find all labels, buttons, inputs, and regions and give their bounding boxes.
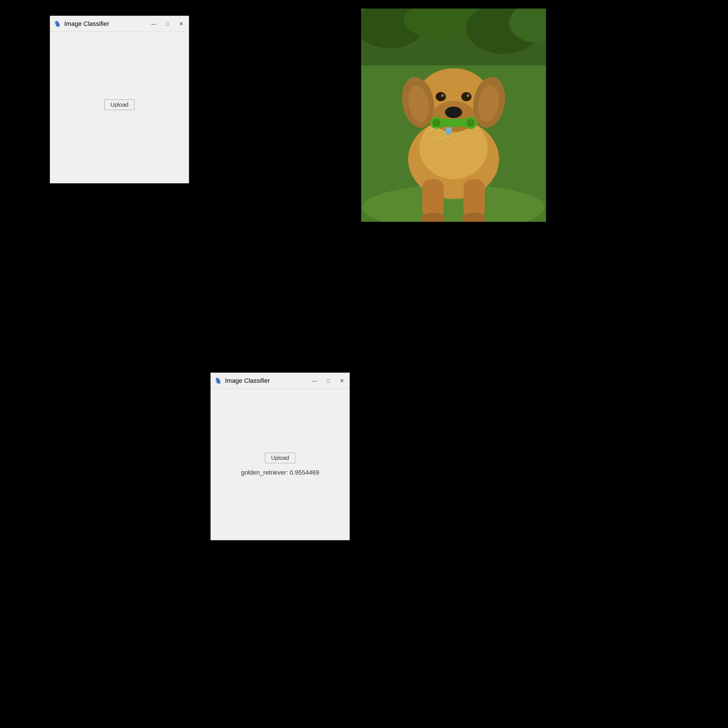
- svg-point-16: [461, 92, 471, 101]
- app-icon-1: [54, 20, 61, 28]
- title-bar-1: Image Classifier — □ ✕: [50, 16, 189, 32]
- close-button-2[interactable]: ✕: [338, 376, 346, 385]
- svg-point-31: [466, 119, 475, 127]
- title-bar-2: Image Classifier — □ ✕: [211, 373, 350, 389]
- maximize-button-2[interactable]: □: [324, 376, 332, 385]
- minimize-button-2[interactable]: —: [310, 376, 319, 385]
- maximize-button-1[interactable]: □: [163, 20, 172, 28]
- upload-button-1[interactable]: Upload: [104, 99, 134, 110]
- upload-button-2[interactable]: Upload: [265, 453, 295, 463]
- window-content-2: Upload golden_retriever: 0.9554469: [211, 389, 350, 540]
- title-bar-controls-1: — □ ✕: [150, 20, 185, 28]
- svg-point-18: [466, 94, 470, 97]
- app-icon-2: [214, 377, 222, 385]
- window-title-2: Image Classifier: [225, 377, 310, 384]
- svg-point-15: [436, 92, 446, 101]
- window-2: Image Classifier — □ ✕ Upload golden_ret…: [210, 373, 350, 540]
- svg-point-17: [441, 94, 444, 97]
- dog-photo: [361, 9, 546, 222]
- dog-image: [361, 9, 546, 222]
- close-button-1[interactable]: ✕: [177, 20, 185, 28]
- title-bar-controls-2: — □ ✕: [310, 376, 346, 385]
- classification-result: golden_retriever: 0.9554469: [241, 469, 319, 476]
- svg-point-30: [433, 119, 440, 127]
- window-title-1: Image Classifier: [64, 20, 150, 28]
- window-content-1: Upload: [50, 32, 189, 183]
- svg-point-14: [445, 107, 462, 118]
- minimize-button-1[interactable]: —: [150, 20, 158, 28]
- window-1: Image Classifier — □ ✕ Upload: [50, 16, 189, 184]
